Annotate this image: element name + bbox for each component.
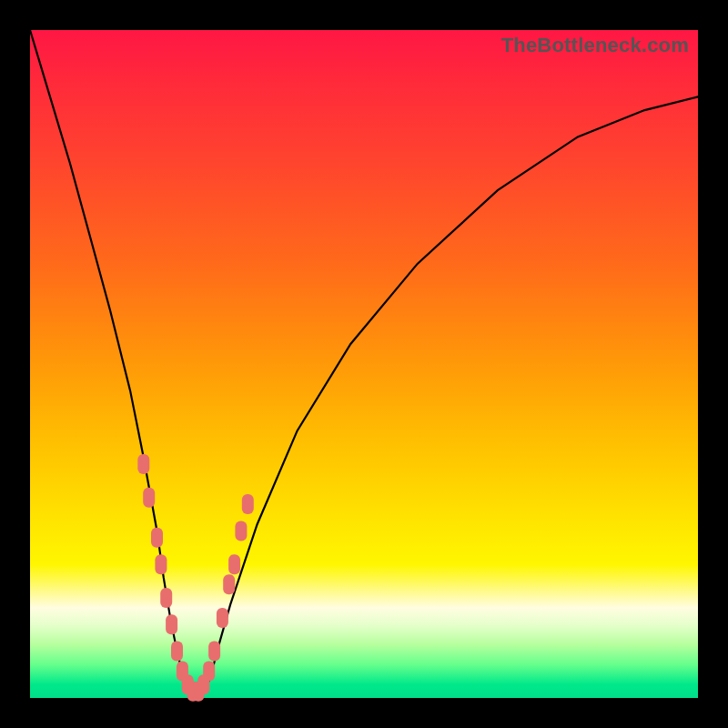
chart-frame: TheBottleneck.com [0,0,728,728]
plot-area: TheBottleneck.com [30,30,698,698]
curve-marker [235,521,247,541]
curve-marker [143,488,155,508]
curve-marker [223,574,235,594]
chart-svg [30,30,698,698]
curve-marker [242,494,254,514]
bottleneck-curve [30,30,698,698]
curve-marker [217,608,228,628]
curve-marker [171,642,183,662]
curve-marker [208,642,220,662]
curve-marker [203,662,215,682]
curve-marker [155,554,167,574]
curve-marker [137,454,149,474]
curve-marker [160,588,172,608]
curve-markers [137,454,253,702]
curve-marker [228,554,240,574]
curve-marker [166,614,177,634]
curve-marker [151,528,163,548]
